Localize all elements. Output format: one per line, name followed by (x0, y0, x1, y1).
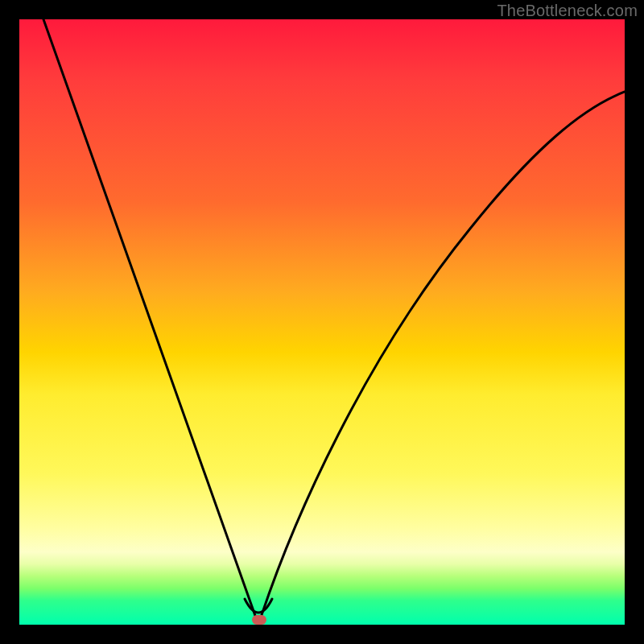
chart-frame: TheBottleneck.com (0, 0, 644, 644)
watermark-text: TheBottleneck.com (497, 2, 638, 20)
optimal-marker (252, 615, 266, 625)
curve-path (43, 19, 625, 625)
bottleneck-curve (19, 19, 625, 625)
